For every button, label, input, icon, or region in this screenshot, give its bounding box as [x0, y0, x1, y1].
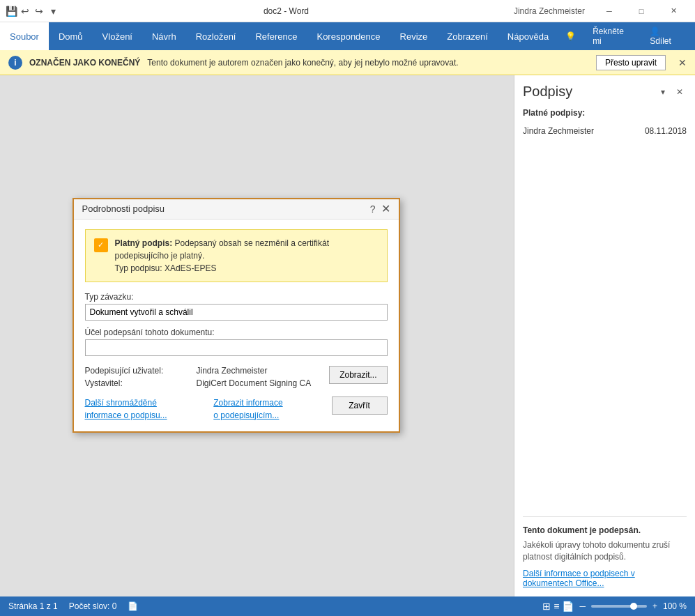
tell-me-button[interactable]: Řekněte mi [586, 24, 640, 49]
tab-soubor[interactable]: Soubor [0, 22, 49, 50]
tab-revize[interactable]: Revize [390, 22, 438, 50]
status-bar-right: ⊞ ≡ 📄 ─ + 100 % [542, 601, 687, 612]
tab-reference[interactable]: Reference [245, 22, 307, 50]
signature-date: 08.11.2018 [645, 126, 687, 136]
infobar-close-icon[interactable]: ✕ [678, 57, 687, 68]
footer-text: Jakékoli úpravy tohoto dokumentu zruší p… [523, 539, 687, 563]
zoom-plus-button[interactable]: + [652, 601, 657, 611]
zoom-slider[interactable] [591, 605, 647, 608]
sidebar-header: Podpisy ▾ ✕ [523, 84, 687, 100]
infobar-title: OZNAČEN JAKO KONEČNÝ [29, 58, 140, 68]
page-info: Stránka 1 z 1 [8, 601, 58, 611]
main-area: Podrobnosti podpisu ? ✕ ✓ Platný podpi [0, 75, 695, 596]
document-area: Podrobnosti podpisu ? ✕ ✓ Platný podpi [0, 75, 514, 596]
save-icon[interactable]: 💾 [6, 6, 17, 17]
signatures-sidebar: Podpisy ▾ ✕ Platné podpisy: Jindra Zechm… [514, 75, 695, 596]
sidebar-close-button[interactable]: ✕ [673, 85, 687, 99]
signature-status-area: ✓ Platný podpis: Podepsaný obsah se nezm… [85, 229, 388, 282]
info-icon: i [8, 56, 22, 70]
title-bar: 💾 ↩ ↪ ▾ doc2 - Word Jindra Zechmeister ─… [0, 0, 695, 22]
modal-help-icon[interactable]: ? [370, 203, 376, 215]
redo-icon[interactable]: ↪ [33, 6, 45, 17]
signature-status-icon: ✓ [94, 238, 108, 252]
info-section: Podepisující uživatel: Jindra Zechmeiste… [85, 366, 388, 388]
sidebar-title: Podpisy [523, 84, 572, 100]
help-bulb-button[interactable]: 💡 [558, 29, 583, 44]
purpose-label: Účel podepsání tohoto dokumentu: [85, 328, 388, 337]
footer-link[interactable]: Další informace o podpisech v dokumentec… [523, 569, 635, 588]
signer-info-link[interactable]: Zobrazit informace o podepisujícím... [213, 396, 289, 422]
modal-close-button[interactable]: ✕ [381, 203, 390, 215]
signature-type-text: Typ podpisu: XAdES-EPES [115, 263, 217, 273]
restore-button[interactable]: □ [625, 0, 657, 22]
signature-details-dialog: Podrobnosti podpisu ? ✕ ✓ Platný podpi [72, 198, 400, 433]
tab-vlozeni[interactable]: Vložení [93, 22, 142, 50]
tab-zobrazeni[interactable]: Zobrazení [437, 22, 498, 50]
undo-icon[interactable]: ↩ [20, 6, 31, 17]
word-count: Počet slov: 0 [69, 601, 117, 611]
document-icon: 📄 [128, 601, 138, 611]
customize-icon[interactable]: ▾ [47, 6, 59, 17]
tab-napoveda[interactable]: Nápověda [498, 22, 558, 50]
modal-overlay: Podrobnosti podpisu ? ✕ ✓ Platný podpi [0, 75, 514, 596]
window-controls: ─ □ ✕ [593, 0, 689, 22]
zoom-minus-button[interactable]: ─ [579, 601, 586, 611]
view-certificate-button[interactable]: Zobrazit... [329, 366, 387, 384]
modal-header: Podrobnosti podpisu ? ✕ [74, 199, 399, 220]
modal-body: ✓ Platný podpis: Podepsaný obsah se nezm… [74, 220, 399, 431]
zoom-thumb [630, 603, 637, 610]
view-mode-icons[interactable]: ⊞ ≡ 📄 [542, 601, 574, 612]
signature-status-text: Platný podpis: Podepsaný obsah se nezměn… [115, 237, 379, 275]
user-name: Jindra Zechmeister [514, 6, 585, 16]
modal-links: Další shromážděné informace o podpisu...… [85, 396, 388, 422]
ribbon: Soubor Domů Vložení Návrh Rozložení Refe… [0, 22, 695, 50]
signature-list-item[interactable]: Jindra Zechmeister 08.11.2018 [523, 123, 687, 139]
close-dialog-button[interactable]: Zavřít [332, 396, 388, 415]
infobar-text: Tento dokument je autorem označen jako k… [147, 58, 589, 68]
title-bar-icons: 💾 ↩ ↪ ▾ [6, 6, 59, 17]
modal-title: Podrobnosti podpisu [82, 203, 165, 214]
tab-rozlozeni[interactable]: Rozložení [186, 22, 246, 50]
more-info-link[interactable]: Další shromážděné informace o podpisu... [85, 396, 172, 422]
footer-title: Tento dokument je podepsán. [523, 525, 687, 535]
edit-anyway-button[interactable]: Přesto upravit [596, 55, 666, 70]
ribbon-right: 💡 Řekněte mi 👤 Sdílet [558, 22, 695, 50]
info-bar: i OZNAČEN JAKO KONEČNÝ Tento dokument je… [0, 50, 695, 75]
valid-signatures-label: Platné podpisy: [523, 108, 687, 118]
sidebar-collapse-button[interactable]: ▾ [656, 85, 670, 99]
tab-domu[interactable]: Domů [49, 22, 93, 50]
close-button[interactable]: ✕ [657, 0, 689, 22]
commitment-input[interactable] [85, 304, 388, 321]
zoom-level: 100 % [663, 601, 687, 611]
modal-buttons: Zobrazit... [329, 366, 387, 384]
signature-signer-name: Jindra Zechmeister [523, 126, 594, 136]
sidebar-controls: ▾ ✕ [656, 85, 687, 99]
commitment-label: Typ závazku: [85, 292, 388, 302]
share-button[interactable]: 👤 Sdílet [643, 24, 689, 49]
sidebar-footer: Tento dokument je podepsán. Jakékoli úpr… [523, 516, 687, 588]
tab-korespondence[interactable]: Korespondence [307, 22, 390, 50]
status-bar: Stránka 1 z 1 Počet slov: 0 📄 ⊞ ≡ 📄 ─ + … [0, 596, 695, 616]
window-title: doc2 - Word [59, 6, 514, 16]
minimize-button[interactable]: ─ [593, 0, 625, 22]
modal-header-controls: ? ✕ [370, 203, 390, 215]
purpose-input[interactable] [85, 339, 388, 356]
tab-navrh[interactable]: Návrh [142, 22, 186, 50]
